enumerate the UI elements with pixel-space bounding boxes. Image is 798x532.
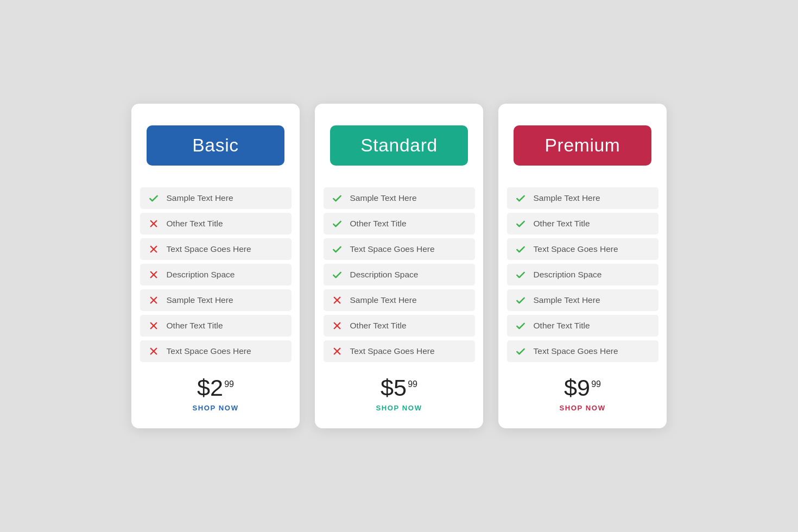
feature-label: Text Space Goes Here <box>350 244 435 254</box>
list-item: Sample Text Here <box>324 289 475 311</box>
plan-card-premium: Premium Sample Text Here Other Text Titl… <box>498 104 667 428</box>
feature-label: Text Space Goes Here <box>534 244 618 254</box>
cross-icon <box>331 320 343 332</box>
plan-header-inner-standard: Standard <box>330 125 468 166</box>
plan-header-standard: Standard <box>315 113 483 178</box>
check-icon <box>515 294 527 306</box>
feature-label: Text Space Goes Here <box>534 346 618 356</box>
plan-title-standard: Standard <box>360 135 438 155</box>
plan-price-premium: $999 <box>564 376 601 400</box>
plan-header-basic: Basic <box>131 113 300 178</box>
list-item: Sample Text Here <box>140 187 292 209</box>
cross-icon <box>148 345 160 357</box>
price-main: $5 <box>381 376 407 400</box>
list-item: Sample Text Here <box>324 187 475 209</box>
check-icon <box>331 243 343 255</box>
list-item: Other Text Title <box>507 315 658 337</box>
price-main: $2 <box>197 376 223 400</box>
feature-label: Sample Text Here <box>167 295 233 305</box>
cross-icon <box>148 218 160 230</box>
feature-label: Other Text Title <box>534 321 590 331</box>
list-item: Sample Text Here <box>140 289 292 311</box>
feature-label: Other Text Title <box>167 321 223 331</box>
feature-label: Sample Text Here <box>350 193 417 203</box>
list-item: Other Text Title <box>324 213 475 235</box>
feature-label: Other Text Title <box>350 219 407 229</box>
check-icon <box>331 192 343 204</box>
list-item: Text Space Goes Here <box>140 238 292 260</box>
plan-price-standard: $599 <box>381 376 417 400</box>
list-item: Text Space Goes Here <box>324 238 475 260</box>
list-item: Sample Text Here <box>507 187 658 209</box>
feature-label: Other Text Title <box>167 219 223 229</box>
list-item: Description Space <box>140 264 292 286</box>
plan-price-basic: $299 <box>197 376 234 400</box>
check-icon <box>515 345 527 357</box>
feature-label: Sample Text Here <box>167 193 233 203</box>
feature-label: Other Text Title <box>350 321 407 331</box>
list-item: Description Space <box>507 264 658 286</box>
check-icon <box>515 320 527 332</box>
check-icon <box>515 269 527 281</box>
cross-icon <box>148 243 160 255</box>
plan-header-inner-basic: Basic <box>147 125 284 166</box>
list-item: Other Text Title <box>507 213 658 235</box>
feature-label: Text Space Goes Here <box>167 244 251 254</box>
cross-icon <box>148 269 160 281</box>
feature-label: Other Text Title <box>534 219 590 229</box>
list-item: Description Space <box>324 264 475 286</box>
check-icon <box>148 192 160 204</box>
feature-label: Text Space Goes Here <box>350 346 435 356</box>
check-icon <box>331 269 343 281</box>
plan-title-premium: Premium <box>544 135 620 155</box>
list-item: Text Space Goes Here <box>140 340 292 362</box>
plan-header-premium: Premium <box>498 113 667 178</box>
cross-icon <box>331 345 343 357</box>
price-main: $9 <box>564 376 590 400</box>
plan-header-inner-premium: Premium <box>514 125 651 166</box>
shop-now-button-basic[interactable]: SHOP NOW <box>192 404 238 412</box>
plan-card-standard: Standard Sample Text Here Other Text Tit… <box>315 104 483 428</box>
check-icon <box>515 192 527 204</box>
pricing-table: Basic Sample Text Here Other Text Title … <box>131 104 667 428</box>
check-icon <box>331 218 343 230</box>
cross-icon <box>148 294 160 306</box>
shop-now-button-premium[interactable]: SHOP NOW <box>559 404 605 412</box>
plan-title-basic: Basic <box>192 135 238 155</box>
plan-features-premium: Sample Text Here Other Text Title Text S… <box>507 187 658 362</box>
list-item: Text Space Goes Here <box>507 238 658 260</box>
feature-label: Description Space <box>350 270 419 280</box>
cross-icon <box>148 320 160 332</box>
feature-label: Text Space Goes Here <box>167 346 251 356</box>
plan-features-basic: Sample Text Here Other Text Title Text S… <box>140 187 292 362</box>
feature-label: Sample Text Here <box>534 193 600 203</box>
price-cents: 99 <box>408 379 417 389</box>
plan-features-standard: Sample Text Here Other Text Title Text S… <box>324 187 475 362</box>
shop-now-button-standard[interactable]: SHOP NOW <box>376 404 422 412</box>
feature-label: Sample Text Here <box>534 295 600 305</box>
list-item: Other Text Title <box>140 213 292 235</box>
feature-label: Sample Text Here <box>350 295 417 305</box>
check-icon <box>515 243 527 255</box>
plan-card-basic: Basic Sample Text Here Other Text Title … <box>131 104 300 428</box>
feature-label: Description Space <box>167 270 235 280</box>
feature-label: Description Space <box>534 270 602 280</box>
list-item: Text Space Goes Here <box>324 340 475 362</box>
list-item: Other Text Title <box>140 315 292 337</box>
check-icon <box>515 218 527 230</box>
list-item: Other Text Title <box>324 315 475 337</box>
price-cents: 99 <box>591 379 601 389</box>
list-item: Text Space Goes Here <box>507 340 658 362</box>
list-item: Sample Text Here <box>507 289 658 311</box>
price-cents: 99 <box>224 379 234 389</box>
cross-icon <box>331 294 343 306</box>
